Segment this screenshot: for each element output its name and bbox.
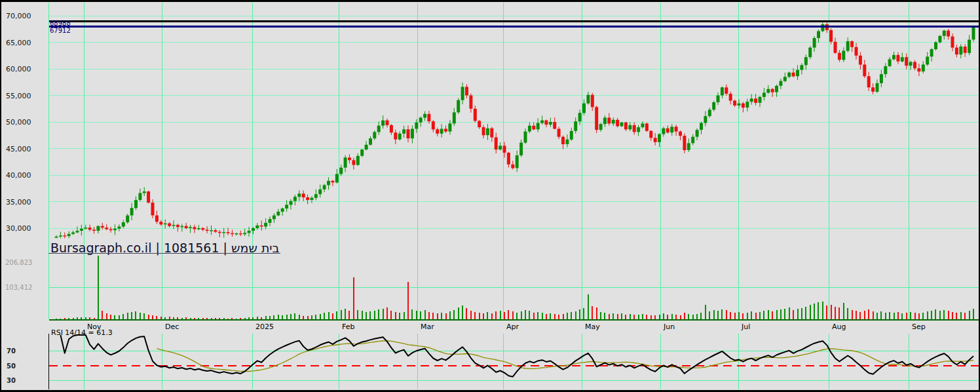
svg-text:35,000: 35,000 xyxy=(6,198,31,206)
svg-text:Dec: Dec xyxy=(165,323,179,331)
svg-text:May: May xyxy=(585,323,600,331)
svg-text:Jul: Jul xyxy=(741,323,750,331)
chart-window: 70,00065,00060,00055,00050,00045,00040,0… xyxy=(0,0,980,392)
watermark-underline xyxy=(48,253,280,254)
candles-group xyxy=(55,21,975,239)
svg-text:Feb: Feb xyxy=(342,323,354,331)
rsi-indicator-label: RSI 14/14 = 61.3 xyxy=(51,328,113,337)
svg-text:Sep: Sep xyxy=(912,323,926,331)
svg-text:55,000: 55,000 xyxy=(6,92,31,100)
svg-text:2025: 2025 xyxy=(255,323,274,331)
svg-text:45,000: 45,000 xyxy=(6,145,31,153)
svg-text:50,000: 50,000 xyxy=(6,118,31,127)
svg-text:30,000: 30,000 xyxy=(6,224,31,233)
svg-text:Mar: Mar xyxy=(421,323,434,331)
axis-labels-group: 70,00065,00060,00055,00050,00045,00040,0… xyxy=(5,12,926,384)
svg-text:70,000: 70,000 xyxy=(6,12,31,20)
svg-text:Aug: Aug xyxy=(832,323,846,331)
svg-text:60,000: 60,000 xyxy=(6,65,31,73)
upper-level-price-label: 68988 xyxy=(50,20,71,27)
chart-canvas: 70,00065,00060,00055,00050,00045,00040,0… xyxy=(0,0,980,392)
svg-text:Jun: Jun xyxy=(663,323,675,331)
svg-text:65,000: 65,000 xyxy=(6,39,31,47)
svg-text:50: 50 xyxy=(7,363,16,370)
svg-text:103,412: 103,412 xyxy=(5,284,32,291)
last-price-label: 67912 xyxy=(50,28,71,34)
level-lines-group xyxy=(49,21,979,27)
svg-text:40,000: 40,000 xyxy=(6,171,31,180)
svg-text:Apr: Apr xyxy=(506,323,519,331)
svg-text:206,823: 206,823 xyxy=(5,259,32,266)
svg-text:70: 70 xyxy=(7,347,16,355)
svg-text:30: 30 xyxy=(7,377,16,384)
rsi-lines-group xyxy=(60,335,973,377)
